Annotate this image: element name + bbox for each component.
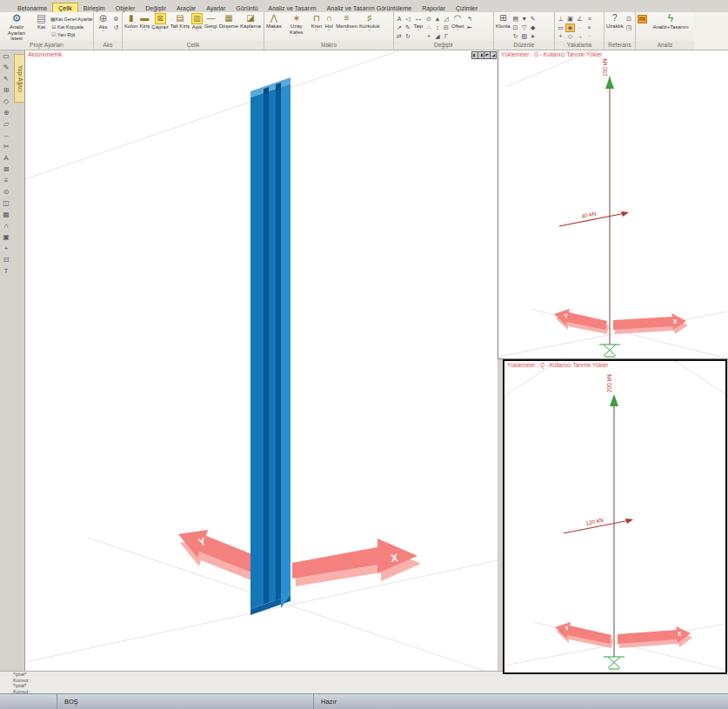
pr-badge-icon[interactable]: PR [638, 15, 647, 23]
tool-icon[interactable]: ▱ [0, 118, 12, 130]
viewport-yuklemeler-q-active[interactable]: Yüklemeler : Q - Kullanıcı Tanımlı Yükle… [503, 359, 727, 674]
viewport-yuklemeler-g[interactable]: Yüklemeler : G - Kullanıcı Tanımlı Yükle… [498, 50, 728, 359]
analiz-tasarim-button[interactable]: ϟ Analiz+Tasarım [648, 13, 693, 30]
arrange-mini-icon[interactable]: ▽ [520, 23, 529, 32]
tool-icon[interactable]: ▦ [0, 209, 12, 220]
tool-icon[interactable]: ⊡ [0, 254, 12, 265]
snap-mini-icon[interactable]: · [584, 32, 594, 41]
arrange-mini-icon[interactable]: ▧ [520, 32, 529, 41]
snap-mini-icon[interactable]: ◇ [565, 32, 575, 41]
snap-mini-icon[interactable]: × [584, 23, 594, 32]
reference-mini-icon[interactable]: ◳ [624, 23, 634, 32]
snap-mini-icon[interactable]: ⊥ [556, 15, 565, 23]
proje-small-button[interactable]: ▦ Kat Genel Ayarları [50, 15, 92, 23]
tool-icon[interactable]: ✂ [0, 141, 12, 152]
edit-mini-icon[interactable]: ↗ [395, 23, 404, 32]
proje-small-button[interactable]: ☑ Yarı Rijit [50, 30, 92, 38]
arrange-mini-icon[interactable]: ∗ [529, 32, 538, 41]
ribbon-tab[interactable]: Betonarme [12, 3, 52, 12]
kat-button[interactable]: ▤ Kat [32, 13, 50, 30]
edit-mini-icon[interactable]: ⇤ [464, 23, 474, 32]
tool-icon[interactable]: ⊞ [0, 84, 12, 96]
tool-icon[interactable]: A [0, 152, 12, 164]
tool-icon[interactable]: ∩ [0, 220, 12, 231]
edit-mini-icon[interactable]: ⊟ [442, 23, 451, 32]
edit-mini-icon[interactable]: ▲ [433, 15, 442, 23]
uzaklik-button[interactable]: ? Uzaklık [605, 13, 624, 30]
celik-tool-button[interactable]: ◪ Kaplama ˇ [239, 13, 262, 33]
tool-icon[interactable]: ✎ [0, 62, 12, 73]
makro-tool-button[interactable]: ∗ Uzay Kafes ˇ [283, 13, 311, 38]
tool-icon[interactable]: T [0, 265, 12, 277]
arrange-mini-icon[interactable]: ↻ [511, 32, 520, 41]
celik-tool-button[interactable]: ⊠ Çapraz ˇ [150, 13, 169, 34]
viewport-control-button[interactable]: ◪ [490, 51, 497, 59]
edit-mini-icon[interactable]: ⇄ [395, 32, 404, 41]
edit-mini-icon[interactable]: ◿ [442, 15, 451, 23]
snap-mini-icon[interactable]: ▣ [565, 15, 575, 23]
makro-tool-button[interactable]: ≡ Merdiven ˇ [335, 13, 358, 33]
arrange-mini-icon[interactable]: ▤ [511, 15, 520, 23]
celik-tool-button[interactable]: ▮ Kolon ˇ [124, 13, 138, 33]
tool-icon[interactable]: ↔ [0, 130, 12, 141]
klonla-button[interactable]: ⊞ Klonla [495, 13, 511, 30]
edit-mini-icon[interactable]: Γ [442, 32, 451, 41]
aks-button[interactable]: ⊕ Aks ˇ [95, 13, 111, 34]
ribbon-tab[interactable]: Araçlar [171, 3, 201, 12]
ribbon-tab[interactable]: Değiştir [140, 3, 171, 12]
reference-mini-icon[interactable]: ⊡ [624, 15, 634, 23]
viewport-aksonometrik[interactable]: Aksonometrik ◧◨◩◪ [24, 50, 498, 671]
edit-mini-icon[interactable]: A [395, 15, 404, 23]
snap-mini-icon[interactable]: ◈ [565, 23, 575, 32]
aks-mini-icon[interactable]: ⊚ [111, 15, 121, 23]
ribbon-tab[interactable]: Analiz ve Tasarım [264, 3, 322, 12]
edit-mini-icon[interactable]: ◁ [404, 15, 412, 23]
snap-mini-icon[interactable]: → [575, 32, 584, 41]
tool-icon[interactable]: ≡ [0, 175, 12, 186]
ribbon-tab[interactable]: Raporlar [417, 3, 451, 12]
tool-icon[interactable]: ⊙ [0, 186, 12, 197]
arrange-mini-icon[interactable]: ◆ [529, 23, 538, 32]
aks-mini-icon[interactable]: ↺ [111, 23, 121, 32]
celik-tool-button[interactable]: ▤ Tali Kiriş ˇ [170, 13, 190, 33]
edit-mini-icon[interactable]: ∴ [424, 23, 433, 32]
steel-column[interactable] [250, 77, 291, 615]
makro-tool-button[interactable]: ⋀ Makas ˇ [265, 13, 283, 33]
tool-icon[interactable]: ▭ [0, 50, 12, 62]
makro-tool-button[interactable]: ⊓ Kren ˇ [311, 13, 324, 33]
tool-icon[interactable]: + [0, 243, 12, 254]
tasi-button[interactable]: ↔ Taşı ˇ [412, 13, 424, 33]
ribbon-tab[interactable]: Objeler [110, 3, 141, 12]
makro-tool-button[interactable]: ∩ Hol ˇ [323, 13, 335, 33]
snap-mini-icon[interactable]: ≡ [584, 15, 594, 23]
snap-mini-icon[interactable]: ▭ [556, 23, 565, 32]
edit-mini-icon[interactable]: + [424, 32, 433, 41]
snap-mini-icon[interactable]: ∙ [575, 23, 584, 32]
celik-tool-button[interactable]: ― Gergi ˇ [204, 13, 218, 33]
snap-mini-icon[interactable]: + [556, 32, 565, 41]
tool-icon[interactable]: ◇ [0, 96, 12, 107]
ribbon-tab[interactable]: Analiz ve Tasarım Görüntüleme [322, 3, 417, 12]
ribbon-tab[interactable]: Birleşim [78, 3, 110, 12]
tool-icon[interactable]: ◫ [0, 197, 12, 209]
tool-icon[interactable]: ⊠ [0, 164, 12, 175]
celik-tool-button[interactable]: ▬ Kiriş ˇ [138, 13, 150, 33]
arrange-mini-icon[interactable]: ▼ [520, 15, 529, 23]
edit-mini-icon[interactable]: ↕ [433, 23, 442, 32]
ribbon-tab[interactable]: Çizimler [451, 3, 483, 12]
proje-small-button[interactable]: ⊟ Kat Kopyala [50, 23, 92, 30]
tool-icon[interactable]: ⊕ [0, 107, 12, 118]
arrange-mini-icon[interactable]: ⊡ [511, 23, 520, 32]
edit-mini-icon[interactable]: ⊙ [424, 15, 433, 23]
tool-icon[interactable]: ▣ [0, 231, 12, 243]
arrange-mini-icon[interactable]: ✎ [529, 15, 538, 23]
ribbon-tab[interactable]: Çelik [52, 3, 78, 12]
tool-icon[interactable]: ↖ [0, 73, 12, 84]
edit-mini-icon[interactable]: ↰ [464, 15, 474, 23]
analiz-ayarlari-button[interactable]: ⚙ Analiz Ayarları istesi [1, 13, 32, 41]
makro-tool-button[interactable]: ♯ Korkuluk ˇ [358, 13, 380, 33]
ofset-button[interactable]: ◠ Ofset ˇ [451, 13, 464, 33]
ribbon-tab[interactable]: Ayarlar [201, 3, 230, 12]
snap-mini-icon[interactable]: ∠ [575, 15, 584, 23]
edit-mini-icon[interactable]: ◢ [433, 32, 442, 41]
